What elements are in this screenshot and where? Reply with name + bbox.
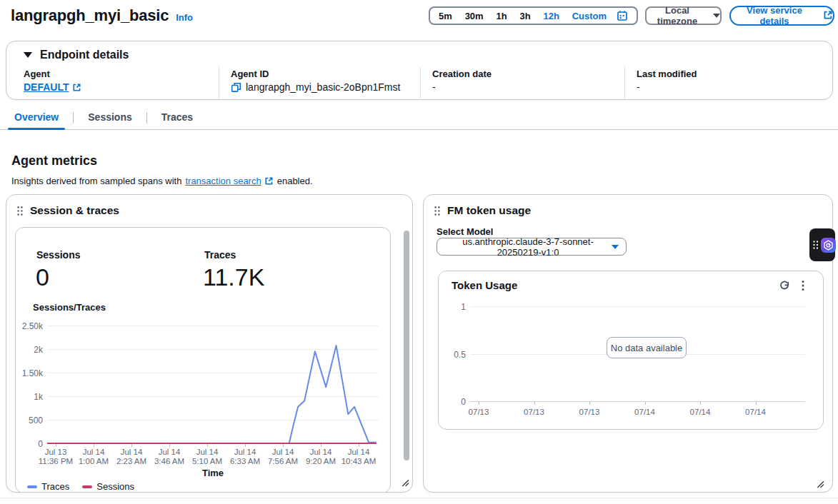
time-range-30m[interactable]: 30m [465, 11, 484, 21]
gridline [470, 306, 805, 307]
resize-handle[interactable] [815, 479, 825, 489]
model-select[interactable]: us.anthropic.claude-3-7-sonnet-20250219-… [437, 238, 627, 256]
no-data-message: No data available [607, 337, 687, 358]
x-axis-tick-label: Jul 145:10 AM [186, 448, 229, 466]
x-axis-tick [645, 402, 646, 405]
x-tick-time: 10:43 AM [337, 457, 380, 466]
time-range-custom[interactable]: Custom [572, 11, 607, 21]
x-axis-tick [589, 402, 590, 405]
tab-bar: Overview Sessions Traces [0, 111, 838, 130]
agent-metrics-description: Insights derived from sampled spans with… [11, 176, 313, 186]
transaction-search-link[interactable]: transaction search [185, 176, 273, 186]
session-traces-card: Session & traces Sessions 0 Traces 11.7K… [6, 194, 413, 493]
caret-down-icon [24, 52, 32, 58]
y-axis-tick-label: 2.50k [16, 321, 43, 331]
x-tick-date: Jul 13 [34, 448, 77, 457]
x-axis-tick-label: Jul 149:20 AM [299, 448, 342, 466]
kebab-menu-button[interactable] [797, 278, 809, 293]
calendar-icon[interactable] [617, 10, 628, 21]
traces-swatch [27, 485, 37, 488]
x-axis-tick [479, 402, 479, 405]
agent-metrics-title: Agent metrics [11, 153, 97, 168]
page-title: langrapgh_myi_basic [11, 6, 169, 25]
drag-handle-icon[interactable] [16, 206, 24, 216]
token-usage-title: Token Usage [452, 279, 517, 291]
time-range-1h[interactable]: 1h [496, 11, 507, 21]
tab-traces[interactable]: Traces [161, 111, 193, 129]
tab-separator [146, 112, 147, 124]
chart-legend: Traces Sessions [27, 481, 134, 492]
sessions-swatch [82, 485, 92, 488]
external-link-icon [264, 176, 274, 186]
extension-icon [821, 238, 836, 253]
traces-stat-label: Traces [204, 249, 236, 261]
y-axis-tick-label: 1 [439, 302, 466, 312]
chart-series-plot [47, 322, 379, 447]
endpoint-details-toggle[interactable]: Endpoint details [24, 49, 129, 61]
caret-down-icon [612, 245, 619, 249]
y-axis-tick-label: 0.5 [439, 350, 466, 360]
endpoint-details-fields: Agent DEFAULT Agent ID langrapgh_myi_bas… [6, 67, 832, 99]
x-tick-time: 9:20 AM [299, 457, 342, 466]
x-axis-tick-label: Jul 146:33 AM [224, 448, 266, 466]
x-axis-tick-label: Jul 143:46 AM [148, 448, 191, 466]
x-tick-date: Jul 14 [186, 448, 229, 457]
session-traces-widget: Sessions 0 Traces 11.7K Sessions/Traces … [15, 227, 391, 493]
time-range-3h[interactable]: 3h [519, 11, 530, 21]
timezone-label: Local timezone [647, 5, 708, 26]
x-axis-tick [700, 402, 701, 405]
tab-overview[interactable]: Overview [14, 111, 59, 129]
x-tick-time: 5:10 AM [186, 457, 229, 466]
fm-token-usage-card: FM token usage Select Model us.anthropic… [423, 194, 833, 493]
y-axis-tick-label: 1k [16, 392, 43, 402]
x-tick-date: Jul 14 [337, 448, 380, 457]
bottom-strip [0, 498, 838, 504]
x-tick-time: 6:33 AM [224, 457, 266, 466]
y-axis-tick-label: 0 [439, 397, 466, 407]
drag-handle-icon[interactable] [434, 206, 441, 216]
time-range-control: 5m 30m 1h 3h 12h Custom [429, 6, 638, 25]
sessions-stat-label: Sessions [36, 249, 80, 261]
legend-traces[interactable]: Traces [27, 481, 69, 492]
copy-icon[interactable] [231, 82, 241, 93]
endpoint-details-title: Endpoint details [40, 49, 129, 61]
field-agent: Agent DEFAULT [6, 67, 219, 99]
traces-stat-value: 11.7K [203, 263, 264, 291]
token-usage-widget: Token Usage No data available 10.5007/13… [438, 271, 824, 430]
x-tick-time: 1:00 AM [72, 457, 115, 466]
legend-sessions[interactable]: Sessions [82, 481, 134, 492]
x-axis-tick-label: Jul 147:56 AM [261, 448, 304, 466]
x-axis-tick-label: 07/13 [457, 408, 500, 417]
browser-extension-widget[interactable] [809, 228, 835, 261]
x-axis-tick [756, 402, 757, 405]
x-tick-time: 7:56 AM [261, 457, 304, 466]
agent-default-link[interactable]: DEFAULT [24, 81, 81, 93]
x-tick-time: 11:36 PM [34, 457, 77, 466]
x-axis-tick-label: 07/13 [513, 408, 556, 417]
view-service-details-button[interactable]: View service details [729, 6, 834, 26]
x-tick-time: 2:23 AM [110, 457, 153, 466]
x-axis-tick-label: Jul 1410:43 AM [337, 448, 380, 466]
session-traces-card-title: Session & traces [30, 204, 119, 217]
external-link-icon [72, 83, 81, 92]
x-tick-date: Jul 14 [299, 448, 342, 457]
tab-sessions[interactable]: Sessions [88, 111, 131, 129]
refresh-button[interactable] [777, 279, 792, 293]
x-tick-date: Jul 14 [224, 448, 266, 457]
chart-title: Sessions/Traces [33, 302, 106, 313]
timezone-select[interactable]: Local timezone [645, 6, 722, 25]
x-axis-tick-label: 07/13 [568, 408, 611, 417]
info-link[interactable]: Info [176, 12, 193, 23]
scrollbar-thumb[interactable] [404, 231, 409, 460]
fm-token-usage-card-title: FM token usage [447, 204, 531, 217]
sessions-stat-value: 0 [36, 263, 49, 291]
vertical-scrollbar[interactable] [404, 229, 409, 462]
x-tick-date: Jul 14 [72, 448, 115, 457]
x-axis-tick-label: Jul 142:23 AM [110, 448, 153, 466]
page-header: langrapgh_myi_basic Info [11, 6, 193, 25]
x-axis-tick-label: 07/14 [679, 408, 722, 417]
time-range-12h[interactable]: 12h [543, 11, 559, 21]
agent-id-value: langrapgh_myi_basic-2oBpn1Fmst [246, 81, 400, 93]
time-range-5m[interactable]: 5m [439, 11, 452, 21]
resize-handle[interactable] [400, 478, 410, 488]
